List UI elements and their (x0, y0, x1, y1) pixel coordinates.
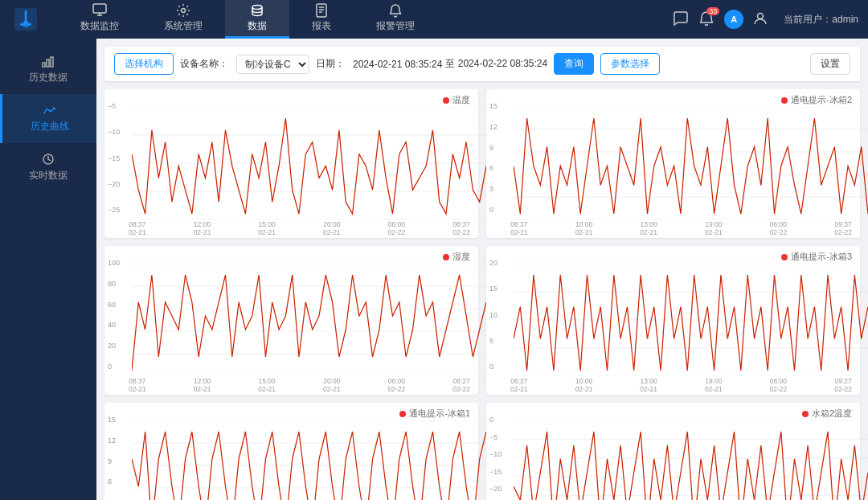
svg-rect-8 (47, 59, 49, 67)
nav-report[interactable]: 报表 (289, 0, 354, 39)
user-label: 当前用户：admin (784, 13, 858, 27)
date-range: 2024-02-21 08:35:24 至 2024-02-22 08:35:2… (353, 57, 547, 71)
top-nav: 数据监控 系统管理 数据 报表 报警管理 33 A 当前用户：a (0, 0, 868, 39)
nav-system[interactable]: 系统管理 (141, 0, 225, 39)
svg-rect-9 (51, 57, 53, 67)
chart-card-chart1: 温度−5−10−15−20−2508:3702-2112:0002-2115:0… (104, 89, 478, 238)
nav-items: 数据监控 系统管理 数据 报表 报警管理 (58, 0, 673, 39)
bell-icon[interactable]: 33 (698, 10, 714, 29)
y-axis-chart6: 0−5−10−15−20−25−30 (489, 416, 502, 500)
chart-legend-dot (781, 97, 788, 104)
chart-svg-chart3 (132, 264, 486, 376)
chart-title-chart5: 通电提示-冰箱1 (399, 408, 470, 420)
user-avatar[interactable]: A (724, 10, 743, 29)
chart-svg-chart4 (514, 264, 868, 376)
chart-card-chart3: 湿度10080604020008:3702-2112:0002-2115:000… (104, 246, 478, 395)
content: 选择机构 设备名称： 制冷设备C 日期： 2024-02-21 08:35:24… (96, 39, 868, 500)
chart-legend-dot (443, 254, 449, 260)
nav-alarm[interactable]: 报警管理 (354, 0, 437, 39)
sidebar-item-history-data[interactable]: 历史数据 (0, 45, 96, 94)
y-axis-chart3: 100806040200 (108, 259, 120, 371)
chart-svg-chart6 (514, 420, 868, 500)
settings-button[interactable]: 设置 (810, 53, 850, 75)
chart-svg-chart5 (132, 420, 486, 500)
select-org-button[interactable]: 选择机构 (114, 53, 174, 75)
y-axis-chart4: 20151050 (489, 259, 497, 371)
chart-card-chart6: 水箱2温度0−5−10−15−20−25−3006:3702-2110:0002… (486, 403, 860, 500)
param-select-button[interactable]: 参数选择 (600, 53, 660, 75)
device-select[interactable]: 制冷设备C (236, 55, 309, 74)
date-from: 2024-02-21 08:35:24 (353, 59, 442, 70)
svg-point-1 (23, 21, 29, 27)
svg-rect-2 (93, 4, 106, 13)
chart-legend-dot (399, 411, 406, 417)
chat-icon[interactable] (673, 10, 689, 29)
logo (10, 8, 42, 31)
chart-title-chart2: 通电提示-冰箱2 (781, 94, 852, 106)
chart-card-chart4: 通电提示-冰箱32015105006:3702-2110:0002-2113:0… (486, 246, 860, 395)
device-label: 设备名称： (180, 57, 228, 71)
svg-point-6 (758, 13, 764, 18)
nav-data[interactable]: 数据 (225, 0, 289, 39)
chart-title-chart6: 水箱2温度 (802, 408, 852, 420)
sidebar-item-history-curve[interactable]: 历史曲线 (0, 94, 96, 143)
svg-point-3 (182, 9, 186, 13)
x-axis-chart3: 08:3702-2112:0002-2115:0002-2120:0002-21… (129, 377, 470, 393)
date-label: 日期： (316, 57, 345, 71)
x-axis-chart1: 08:3702-2112:0002-2115:0002-2120:0002-21… (129, 220, 470, 236)
nav-monitor[interactable]: 数据监控 (58, 0, 141, 39)
chart-title-chart1: 温度 (443, 94, 470, 106)
x-axis-chart2: 06:3702-2110:0002-2113:0002-2119:0002-21… (510, 220, 852, 236)
y-axis-chart1: −5−10−15−20−25 (108, 102, 120, 214)
chart-svg-chart2 (514, 107, 868, 219)
date-to: 至 2024-02-22 08:35:24 (445, 57, 547, 71)
svg-rect-5 (317, 4, 326, 17)
chart-card-chart5: 通电提示-冰箱11512963008:3702-2112:0002-2115:0… (104, 403, 478, 500)
chart-title-chart3: 湿度 (443, 251, 470, 263)
chart-card-chart2: 通电提示-冰箱21512963006:3702-2110:0002-2113:0… (486, 89, 860, 238)
svg-rect-7 (43, 63, 45, 67)
svg-point-4 (252, 6, 262, 10)
x-axis-chart4: 06:3702-2110:0002-2113:0002-2119:0002-21… (510, 377, 852, 393)
toolbar: 选择机构 设备名称： 制冷设备C 日期： 2024-02-21 08:35:24… (104, 47, 860, 81)
sidebar: 历史数据 历史曲线 实时数据 (0, 39, 96, 500)
y-axis-chart2: 15129630 (489, 102, 497, 214)
chart-legend-dot (802, 411, 809, 417)
notification-badge: 33 (706, 7, 719, 15)
chart-svg-chart1 (132, 107, 486, 219)
user-icon (753, 11, 768, 28)
chart-title-chart4: 通电提示-冰箱3 (781, 251, 852, 263)
y-axis-chart5: 15129630 (108, 416, 116, 500)
main-layout: 历史数据 历史曲线 实时数据 选择机构 设备名称： 制冷设备C 日期： 2024… (0, 39, 868, 500)
chart-legend-dot (443, 97, 449, 104)
chart-legend-dot (781, 254, 788, 260)
sidebar-item-realtime[interactable]: 实时数据 (0, 143, 96, 192)
charts-grid: 温度−5−10−15−20−2508:3702-2112:0002-2115:0… (104, 89, 860, 500)
query-button[interactable]: 查询 (554, 53, 594, 75)
nav-right: 33 A 当前用户：admin (673, 10, 858, 29)
